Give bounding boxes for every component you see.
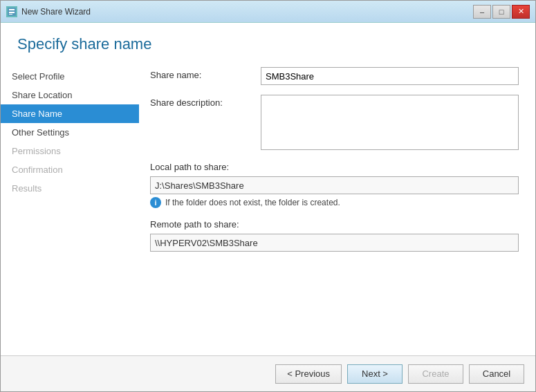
share-description-input-wrap — [261, 95, 519, 152]
remote-path-label: Remote path to share: — [150, 219, 519, 230]
info-icon: i — [150, 197, 161, 208]
maximize-button[interactable]: □ — [492, 5, 510, 19]
form-area: Share name: Share description: Local pat… — [139, 62, 535, 355]
share-name-label: Share name: — [150, 67, 261, 80]
sidebar-item-confirmation: Confirmation — [1, 160, 139, 179]
share-description-label: Share description: — [150, 95, 261, 108]
share-name-row: Share name: — [150, 67, 519, 85]
wizard-window: New Share Wizard – □ ✕ Specify share nam… — [0, 0, 536, 392]
sidebar-item-permissions: Permissions — [1, 142, 139, 160]
title-bar-controls: – □ ✕ — [473, 5, 530, 19]
next-button[interactable]: Next > — [347, 364, 403, 384]
local-path-section: Local path to share: J:\Shares\SMB3Share… — [150, 162, 519, 208]
remote-path-value: \\HYPERV02\SMB3Share — [150, 234, 519, 252]
sidebar-item-share-name[interactable]: Share Name — [1, 104, 139, 123]
main-body: Select Profile Share Location Share Name… — [1, 62, 535, 355]
share-name-input-wrap — [261, 67, 519, 85]
sidebar-item-share-location[interactable]: Share Location — [1, 86, 139, 104]
minimize-button[interactable]: – — [473, 5, 491, 19]
footer: < Previous Next > Create Cancel — [1, 355, 535, 391]
close-button[interactable]: ✕ — [512, 5, 530, 19]
page-title: Specify share name — [1, 23, 535, 62]
title-bar-left: New Share Wizard — [6, 6, 91, 17]
local-path-value: J:\Shares\SMB3Share — [150, 176, 519, 194]
svg-rect-2 — [9, 12, 15, 13]
sidebar-item-other-settings[interactable]: Other Settings — [1, 123, 139, 142]
previous-button[interactable]: < Previous — [275, 364, 342, 384]
cancel-button[interactable]: Cancel — [469, 364, 524, 384]
share-description-row: Share description: — [150, 95, 519, 152]
title-bar: New Share Wizard – □ ✕ — [1, 1, 535, 23]
sidebar-item-results: Results — [1, 179, 139, 198]
sidebar-item-select-profile[interactable]: Select Profile — [1, 67, 139, 86]
local-path-info-row: i If the folder does not exist, the fold… — [150, 197, 519, 208]
svg-rect-3 — [9, 14, 12, 15]
create-button[interactable]: Create — [408, 364, 463, 384]
remote-path-section: Remote path to share: \\HYPERV02\SMB3Sha… — [150, 219, 519, 252]
local-path-info-text: If the folder does not exist, the folder… — [165, 198, 340, 207]
app-icon — [6, 6, 17, 17]
svg-rect-1 — [9, 9, 15, 10]
local-path-label: Local path to share: — [150, 162, 519, 172]
share-name-input[interactable] — [261, 67, 519, 85]
share-description-input[interactable] — [261, 95, 519, 150]
content-area: Specify share name Select Profile Share … — [1, 23, 535, 355]
sidebar: Select Profile Share Location Share Name… — [1, 62, 139, 355]
window-title: New Share Wizard — [21, 7, 91, 17]
